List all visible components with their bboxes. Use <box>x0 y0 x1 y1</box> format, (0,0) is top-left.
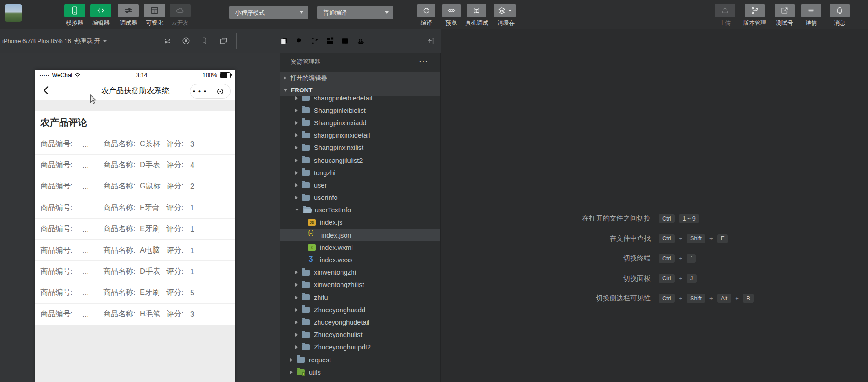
explorer-section-row[interactable]: 打开的编辑器 <box>280 72 440 84</box>
messages-button[interactable] <box>830 4 850 17</box>
expand-arrow-icon[interactable] <box>295 159 298 162</box>
more-options-button[interactable]: ● ● ● <box>190 84 210 98</box>
simulator-tab-button[interactable] <box>64 4 85 17</box>
expand-arrow-icon[interactable] <box>295 321 298 324</box>
tree-item[interactable]: shangpinxinxidetail <box>280 129 440 142</box>
tree-item[interactable]: Zhuceyonghuadd <box>280 304 440 316</box>
comment-row[interactable]: 商品编号: ... 商品名称: D手表 评分: 1 <box>35 261 235 282</box>
expand-arrow-icon[interactable] <box>295 283 298 287</box>
tree-item[interactable]: zhifu <box>280 291 440 304</box>
expand-arrow-icon[interactable] <box>295 345 298 349</box>
tree-item[interactable]: Shangpinxinxilist <box>280 142 440 154</box>
restart-icon[interactable] <box>163 36 172 45</box>
device-debug-button[interactable] <box>467 4 486 17</box>
page-background <box>35 325 235 382</box>
expand-arrow-icon[interactable] <box>295 196 298 199</box>
docker-icon[interactable] <box>356 36 365 45</box>
file-type-icon <box>302 195 310 201</box>
tree-item[interactable]: shoucangjilulist2 <box>280 154 440 166</box>
tree-item[interactable]: index.wxml <box>280 241 440 254</box>
extensions-icon[interactable] <box>325 36 335 45</box>
user-avatar[interactable] <box>5 4 22 22</box>
tree-item[interactable]: userTextInfo <box>280 204 440 216</box>
shortcut-keys: Ctrl + ` <box>659 254 700 263</box>
tree-item[interactable]: Shangpinxinxiadd <box>280 116 440 129</box>
product-no-value: ... <box>82 225 89 233</box>
compile-button[interactable] <box>417 4 435 17</box>
mode-select[interactable]: 小程序模式 <box>229 6 308 19</box>
version-control-button[interactable] <box>745 4 765 17</box>
files-icon[interactable] <box>280 36 289 45</box>
tree-item[interactable]: request <box>280 354 440 366</box>
expand-arrow-icon[interactable] <box>284 76 286 80</box>
search-icon[interactable] <box>295 36 304 45</box>
cloud-dev-tab-button[interactable] <box>170 4 191 17</box>
expand-arrow-icon[interactable] <box>295 183 298 187</box>
comment-row[interactable]: 商品编号: ... 商品名称: G鼠标 评分: 2 <box>35 176 235 197</box>
explorer-section-row[interactable]: FRONT <box>280 84 440 96</box>
key-separator: + <box>679 295 682 302</box>
device-frame-icon[interactable] <box>200 36 209 45</box>
tree-item[interactable]: xinwentongzhi <box>280 266 440 279</box>
shortcut-row: 切换侧边栏可见性 Ctrl + Shift + Alt <box>467 288 797 309</box>
expand-arrow-icon[interactable] <box>295 133 298 137</box>
tree-item[interactable]: xinwentongzhilist <box>280 279 440 291</box>
hot-reload-toggle[interactable]: 热重载 开 <box>75 29 107 53</box>
expand-arrow-icon[interactable] <box>295 209 299 211</box>
visualizer-tab-button[interactable] <box>144 4 165 17</box>
expand-arrow-icon[interactable] <box>284 89 287 92</box>
expand-arrow-icon[interactable] <box>290 358 293 362</box>
expand-arrow-icon[interactable] <box>295 308 298 312</box>
expand-arrow-icon[interactable] <box>295 333 298 337</box>
expand-arrow-icon[interactable] <box>295 109 298 112</box>
expand-arrow-icon[interactable] <box>295 96 298 100</box>
details-button[interactable] <box>801 4 821 17</box>
tree-item[interactable]: Zhuceyonghuupdt2 <box>280 341 440 354</box>
tree-item[interactable]: index.wxss <box>280 254 440 266</box>
tree-item[interactable]: Shangpinleibielist <box>280 104 440 116</box>
debugger-tab-button[interactable] <box>118 4 139 17</box>
upload-button[interactable] <box>715 4 735 17</box>
file-type-icon <box>302 294 310 300</box>
record-stop-icon[interactable] <box>181 36 191 45</box>
tree-item[interactable]: tongzhi <box>280 166 440 179</box>
product-name-value: G鼠标 <box>140 181 161 191</box>
expand-arrow-icon[interactable] <box>290 371 293 374</box>
back-button[interactable] <box>41 84 53 96</box>
preview-button[interactable] <box>442 4 461 17</box>
compile-mode-select[interactable]: 普通编译 <box>317 6 393 19</box>
multi-window-icon[interactable] <box>219 36 228 45</box>
editor-tab-button[interactable] <box>90 4 111 17</box>
expand-arrow-icon[interactable] <box>295 171 298 175</box>
close-mini-program-button[interactable] <box>210 84 230 98</box>
tree-item[interactable]: Zhuceyonghulist <box>280 329 440 341</box>
tree-item[interactable]: utils <box>280 366 440 378</box>
device-selector[interactable]: iPhone 6/7/8 Plus 85% 16 <box>2 29 77 53</box>
tree-item[interactable]: index.js <box>280 216 440 229</box>
expand-arrow-icon[interactable] <box>295 146 298 149</box>
comment-row[interactable]: 商品编号: ... 商品名称: E牙刷 评分: 1 <box>35 219 235 240</box>
comment-row[interactable]: 商品编号: ... 商品名称: H毛笔 评分: 3 <box>35 304 235 325</box>
panel-layout-icon[interactable] <box>341 36 350 45</box>
clear-cache-button[interactable] <box>494 4 516 17</box>
expand-arrow-icon[interactable] <box>295 296 298 299</box>
tree-item[interactable]: userinfo <box>280 192 440 204</box>
test-account-button[interactable] <box>775 4 795 17</box>
source-control-icon[interactable] <box>310 36 319 45</box>
expand-arrow-icon[interactable] <box>295 121 298 125</box>
file-type-icon <box>297 357 305 363</box>
comment-row[interactable]: 商品编号: ... 商品名称: A电脑 评分: 1 <box>35 240 235 261</box>
tree-item[interactable]: index.json <box>280 229 440 241</box>
score-value: 2 <box>190 182 194 191</box>
score-value: 3 <box>190 310 194 318</box>
more-actions-button[interactable]: ··· <box>419 58 429 66</box>
comment-row[interactable]: 商品编号: ... 商品名称: D手表 评分: 4 <box>35 155 235 176</box>
expand-arrow-icon[interactable] <box>295 271 298 274</box>
tree-item[interactable]: zhuceyonghudetail <box>280 316 440 328</box>
collapse-sidebar-icon[interactable] <box>426 36 435 45</box>
tree-item[interactable]: user <box>280 179 440 191</box>
device-selector-value: iPhone 6/7/8 Plus 85% 16 <box>2 38 71 44</box>
comment-row[interactable]: 商品编号: ... 商品名称: F牙膏 评分: 1 <box>35 197 235 218</box>
comment-row[interactable]: 商品编号: ... 商品名称: E牙刷 评分: 5 <box>35 282 235 304</box>
comment-row[interactable]: 商品编号: ... 商品名称: C茶杯 评分: 3 <box>35 133 235 155</box>
